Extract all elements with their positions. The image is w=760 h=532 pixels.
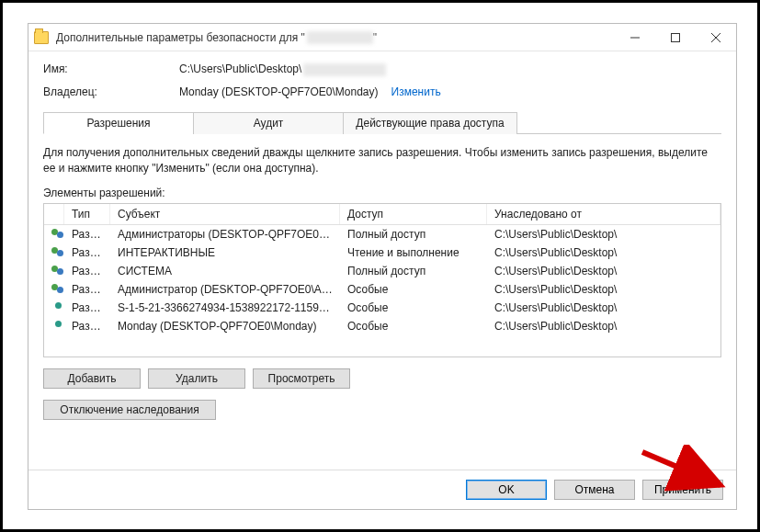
table-row[interactable]: Разр...Monday (DESKTOP-QPF7OE0\Monday)Ос…: [44, 317, 720, 335]
maximize-button[interactable]: [655, 24, 696, 51]
add-button[interactable]: Добавить: [43, 368, 141, 389]
security-dialog: Дополнительные параметры безопасности дл…: [28, 23, 737, 510]
cell-access: Особые: [340, 318, 487, 334]
cell-inherited: C:\Users\Public\Desktop\: [487, 263, 720, 279]
name-value-redacted: [303, 63, 386, 76]
owner-value: Monday (DESKTOP-QPF7OE0\Monday): [179, 85, 379, 98]
folder-icon: [34, 31, 49, 44]
col-inherited[interactable]: Унаследовано от: [487, 204, 720, 224]
svg-rect-1: [672, 33, 680, 41]
window-title-redacted: [307, 31, 373, 44]
ok-button[interactable]: OK: [466, 480, 547, 500]
cell-subject: СИСТЕМА: [110, 263, 340, 279]
principal-icon: [51, 247, 57, 258]
cell-inherited: C:\Users\Public\Desktop\: [487, 318, 720, 334]
cell-type: Разр...: [64, 244, 110, 261]
cell-inherited: C:\Users\Public\Desktop\: [487, 300, 720, 316]
minimize-button[interactable]: [615, 24, 655, 51]
window-title-prefix: Дополнительные параметры безопасности дл…: [56, 31, 305, 44]
window-title-suffix: ": [373, 31, 377, 44]
cell-access: Полный доступ: [340, 226, 487, 243]
table-row[interactable]: Разр...S-1-5-21-3366274934-1538922172-11…: [44, 299, 720, 317]
view-button[interactable]: Просмотреть: [253, 368, 350, 389]
name-value: C:\Users\Public\Desktop\: [179, 62, 386, 76]
principal-icon: [51, 284, 57, 295]
cell-subject: Администратор (DESKTOP-QPF7OE0\Адм...: [110, 281, 340, 298]
table-row[interactable]: Разр...СИСТЕМАПолный доступC:\Users\Publ…: [44, 262, 720, 280]
permissions-grid: Тип Субъект Доступ Унаследовано от Разр.…: [43, 203, 721, 357]
close-button[interactable]: [696, 24, 736, 51]
grid-header: Тип Субъект Доступ Унаследовано от: [44, 204, 720, 225]
cell-subject: Администраторы (DESKTOP-QPF7OE0\Ад...: [110, 226, 340, 243]
tab-effective-access[interactable]: Действующие права доступа: [343, 112, 517, 134]
cell-subject: ИНТЕРАКТИВНЫЕ: [110, 244, 340, 261]
cell-inherited: C:\Users\Public\Desktop\: [487, 281, 720, 298]
table-row[interactable]: Разр...Администратор (DESKTOP-QPF7OE0\Ад…: [44, 280, 720, 299]
apply-button[interactable]: Применить: [642, 480, 723, 500]
col-subject[interactable]: Субъект: [110, 204, 340, 224]
cell-inherited: C:\Users\Public\Desktop\: [487, 244, 720, 261]
description-text: Для получения дополнительных сведений дв…: [43, 145, 721, 176]
principal-icon: [51, 266, 57, 277]
cell-access: Полный доступ: [340, 263, 487, 279]
dialog-footer: OK Отмена Применить: [28, 470, 736, 509]
table-row[interactable]: Разр...Администраторы (DESKTOP-QPF7OE0\А…: [44, 225, 720, 243]
cell-type: Разр...: [64, 300, 110, 316]
cell-access: Особые: [340, 300, 487, 316]
change-owner-link[interactable]: Изменить: [391, 85, 441, 98]
permissions-list-label: Элементы разрешений:: [43, 187, 721, 199]
cell-inherited: C:\Users\Public\Desktop\: [487, 226, 720, 243]
tab-audit[interactable]: Аудит: [193, 112, 344, 134]
remove-button[interactable]: Удалить: [148, 368, 245, 389]
owner-label: Владелец:: [43, 85, 179, 98]
principal-icon: [51, 302, 57, 313]
principal-icon: [51, 321, 57, 332]
disable-inheritance-button[interactable]: Отключение наследования: [43, 400, 216, 420]
cell-access: Особые: [340, 281, 487, 298]
cell-type: Разр...: [64, 226, 110, 243]
cell-type: Разр...: [64, 318, 110, 334]
principal-icon: [51, 229, 57, 240]
col-access[interactable]: Доступ: [340, 204, 487, 224]
cell-type: Разр...: [64, 281, 110, 298]
name-label: Имя:: [43, 62, 179, 76]
tab-permissions[interactable]: Разрешения: [43, 112, 194, 134]
cell-access: Чтение и выполнение: [340, 244, 487, 261]
cell-subject: Monday (DESKTOP-QPF7OE0\Monday): [110, 318, 340, 334]
tabs: Разрешения Аудит Действующие права досту…: [43, 111, 721, 134]
cell-type: Разр...: [64, 263, 110, 279]
col-type[interactable]: Тип: [64, 204, 110, 224]
table-row[interactable]: Разр...ИНТЕРАКТИВНЫЕЧтение и выполнениеC…: [44, 243, 720, 262]
cancel-button[interactable]: Отмена: [554, 480, 635, 500]
titlebar: Дополнительные параметры безопасности дл…: [28, 24, 736, 51]
cell-subject: S-1-5-21-3366274934-1538922172-11596867.…: [110, 300, 340, 316]
